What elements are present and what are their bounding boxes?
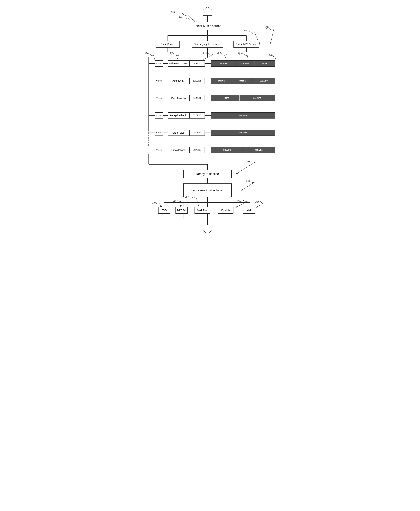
track-bar-4: 555.MP3 xyxy=(211,112,275,119)
track-bar-6: 843.MP3 791.MP3 xyxy=(211,147,275,153)
vid-03-label: Vid 03 xyxy=(155,95,163,101)
rice-time: 04:44:01 xyxy=(189,95,205,101)
ref-052: 052 xyxy=(269,54,272,56)
rehearsal-dinner-box[interactable]: Rehearsal Dinner xyxy=(168,60,189,67)
ref-055: 055 xyxy=(152,202,155,205)
ready-to-finalize-box[interactable]: Ready to finalize xyxy=(183,170,232,178)
track-112: 112.MP3 xyxy=(211,95,240,101)
garter-toss-box[interactable]: Garter toss xyxy=(168,130,189,136)
ref-060: 060 xyxy=(255,201,259,203)
svg-marker-60 xyxy=(203,7,212,15)
smartsound-box[interactable]: SmartSound xyxy=(156,41,180,48)
vid-01-label: Vid 01 xyxy=(155,60,163,67)
ref-057: 057 xyxy=(185,195,189,198)
vid-10-label: Vid 10 xyxy=(155,147,163,153)
track-756: 756.MP3 xyxy=(211,61,235,66)
select-music-source-box[interactable]: Select Music source xyxy=(186,22,229,30)
ref-043: 043 xyxy=(171,11,175,13)
ref-044: 044 xyxy=(179,16,182,19)
track-225: 225.MP3 xyxy=(235,61,255,66)
rice-throwing-box[interactable]: Rice throwing xyxy=(168,95,189,101)
ref-054: 054 xyxy=(246,180,250,183)
ref-050: 050 xyxy=(217,52,221,54)
track-099: 099.MP3 xyxy=(255,61,274,66)
limo-departs-box[interactable]: Limo departs xyxy=(168,147,189,153)
track-470: 470.MP3 xyxy=(211,78,232,83)
track-791: 791.MP3 xyxy=(243,147,275,153)
ref-049: 049 xyxy=(203,52,207,54)
track-555: 555.MP3 xyxy=(211,113,275,118)
vid-05-label: Vid 05 xyxy=(155,130,163,136)
flowchart: 043 044 045 046 Select Music source Smar… xyxy=(139,3,281,419)
royalty-free-box[interactable]: Other royalty free sources xyxy=(192,41,223,48)
ref-046: 046 xyxy=(265,26,269,28)
rehearsal-time: 06:12:06 xyxy=(189,60,205,67)
ref-053: 053 xyxy=(246,160,250,163)
top-pentagon xyxy=(203,7,212,15)
ref-056: 056 xyxy=(173,200,177,202)
ref-051: 051 xyxy=(238,52,242,54)
ref-059: 059 xyxy=(237,200,241,202)
track-843: 843.MP3 xyxy=(211,147,243,153)
at-the-altar-box[interactable]: At the Altar xyxy=(168,78,189,84)
track-008: 008.MP3 xyxy=(211,130,275,135)
dvd-box[interactable]: DVD xyxy=(158,207,170,214)
ref-047: 047 xyxy=(145,52,149,54)
vid-02-label: Vid 02 xyxy=(155,78,163,84)
mpeg4-box[interactable]: MPEG4 xyxy=(175,207,188,214)
track-bar-2: 470.MP3 788.MP3 358.MP3 xyxy=(211,78,275,84)
reception-time: 03:02:00 xyxy=(189,112,205,119)
track-bar-1: 756.MP3 225.MP3 099.MP3 xyxy=(211,60,275,67)
bottom-pentagon xyxy=(203,225,212,234)
ref-045: 045 xyxy=(244,29,248,32)
limo-time: 01:48:09 xyxy=(189,147,205,153)
altar-time: 12:02:01 xyxy=(189,78,205,84)
avi-box[interactable]: AVI xyxy=(243,207,255,214)
quicktime-box[interactable]: Quick Time xyxy=(195,207,210,214)
online-mp3-box[interactable]: Online MP3 Service xyxy=(233,41,259,48)
track-bar-3: 112.MP3 903.MP3 xyxy=(211,95,275,101)
track-903: 903.MP3 xyxy=(240,95,274,101)
ref-048: 048 xyxy=(170,52,174,54)
garter-time: 00:46:44 xyxy=(189,130,205,136)
svg-marker-61 xyxy=(203,225,212,234)
track-bar-5: 008.MP3 xyxy=(211,130,275,136)
output-format-box[interactable]: Please select output format xyxy=(183,183,232,197)
reception-begin-box[interactable]: Reception begin xyxy=(168,112,189,119)
track-358: 358.MP3 xyxy=(253,78,274,83)
track-788: 788.MP3 xyxy=(232,78,253,83)
winmedia-box[interactable]: Win Media xyxy=(218,207,233,214)
vid-04-label: Vid 04 xyxy=(155,112,163,119)
